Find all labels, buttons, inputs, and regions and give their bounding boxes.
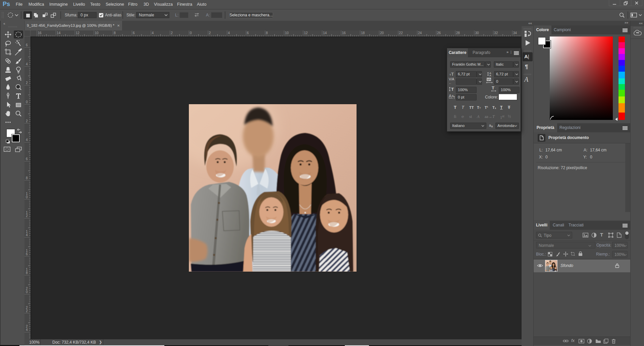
- svg-text:10: 10: [285, 31, 289, 35]
- svg-text:A: A: [449, 94, 451, 98]
- svg-text:8: 8: [266, 31, 268, 35]
- svg-text:4: 4: [26, 138, 28, 142]
- svg-text:4: 4: [152, 31, 154, 35]
- svg-text:A: A: [489, 74, 491, 77]
- svg-text:0: 0: [26, 195, 28, 199]
- svg-text:8: 8: [26, 271, 28, 275]
- svg-text:22: 22: [399, 31, 403, 35]
- svg-text:4: 4: [228, 31, 230, 35]
- svg-text:12: 12: [304, 31, 308, 35]
- svg-text:2: 2: [171, 31, 173, 35]
- svg-text:8: 8: [26, 176, 28, 180]
- svg-text:4: 4: [26, 62, 28, 66]
- svg-text:8: 8: [114, 31, 116, 35]
- svg-text:T: T: [492, 86, 494, 90]
- svg-text:10: 10: [95, 31, 99, 35]
- svg-text:18: 18: [361, 31, 365, 35]
- svg-text:2: 2: [26, 214, 28, 218]
- svg-text:12: 12: [76, 31, 80, 35]
- svg-text:26: 26: [437, 31, 441, 35]
- svg-text:16: 16: [38, 31, 42, 35]
- svg-text:6: 6: [247, 31, 249, 35]
- svg-text:14: 14: [323, 31, 327, 35]
- svg-text:20: 20: [380, 31, 384, 35]
- svg-text:34: 34: [513, 31, 517, 35]
- svg-text:6: 6: [26, 43, 28, 47]
- svg-text:2: 2: [26, 119, 28, 123]
- svg-text:0: 0: [26, 290, 28, 294]
- svg-text:0: 0: [26, 100, 28, 104]
- svg-text:a: a: [452, 94, 453, 97]
- svg-text:T: T: [451, 87, 454, 92]
- svg-text:14: 14: [57, 31, 61, 35]
- svg-text:32: 32: [494, 31, 498, 35]
- svg-text:4: 4: [26, 233, 28, 237]
- svg-text:2: 2: [26, 81, 28, 85]
- svg-text:0: 0: [190, 31, 192, 35]
- svg-text:6: 6: [133, 31, 135, 35]
- svg-text:24: 24: [418, 31, 422, 35]
- svg-text:2: 2: [26, 309, 28, 313]
- svg-text:6: 6: [26, 157, 28, 161]
- svg-text:6: 6: [26, 252, 28, 256]
- svg-text:2: 2: [209, 31, 211, 35]
- svg-text:30: 30: [475, 31, 479, 35]
- svg-text:4: 4: [26, 328, 28, 332]
- svg-text:28: 28: [456, 31, 460, 35]
- svg-text:16: 16: [342, 31, 346, 35]
